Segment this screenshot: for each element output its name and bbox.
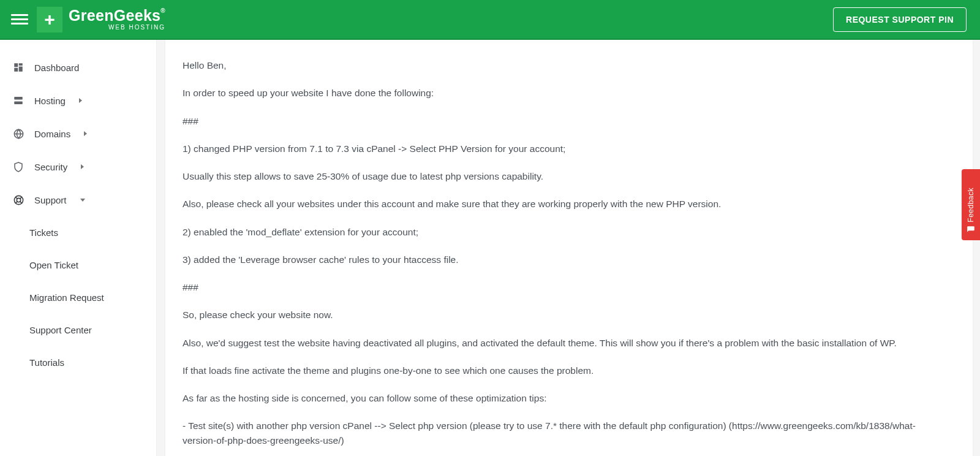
feedback-icon [967, 226, 975, 234]
sidebar-item-dashboard[interactable]: Dashboard [0, 51, 156, 84]
top-bar-left: + GreenGeeks® WEB HOSTING [11, 7, 165, 32]
sidebar-item-domains[interactable]: Domains [0, 117, 156, 150]
sidebar-subitem-label: Open Ticket [29, 260, 78, 270]
chevron-right-icon [84, 131, 87, 136]
ticket-paragraph: If that loads fine activate the theme an… [183, 363, 942, 378]
shield-icon [12, 161, 24, 173]
svg-rect-2 [19, 67, 23, 72]
sidebar-subitem-label: Migration Request [29, 292, 104, 303]
sidebar-subitem-label: Tickets [29, 227, 58, 238]
ticket-paragraph: - Test site(s) with another php version … [183, 419, 942, 447]
ticket-paragraph: 1) changed PHP version from 7.1 to 7.3 v… [183, 142, 942, 156]
ticket-paragraph: In order to speed up your website I have… [183, 86, 942, 100]
svg-point-8 [17, 198, 20, 202]
sidebar-item-label: Dashboard [34, 63, 79, 73]
request-support-pin-button[interactable]: REQUEST SUPPORT PIN [833, 7, 967, 32]
ticket-paragraph: As far as the hosting side is concerned,… [183, 391, 942, 405]
brand-tagline: WEB HOSTING [69, 25, 165, 31]
chevron-right-icon [79, 98, 82, 103]
sidebar-subitem-tickets[interactable]: Tickets [0, 216, 156, 249]
content-scroll[interactable]: Hello Ben,In order to speed up your webs… [157, 40, 980, 456]
sidebar-subitem-support-center[interactable]: Support Center [0, 314, 156, 346]
ticket-message: Hello Ben,In order to speed up your webs… [165, 40, 973, 456]
svg-rect-1 [19, 63, 23, 66]
sidebar-subitem-open-ticket[interactable]: Open Ticket [0, 249, 156, 281]
life-ring-icon [12, 194, 24, 206]
sidebar-subitem-migration-request[interactable]: Migration Request [0, 281, 156, 314]
ticket-paragraph: ### [183, 280, 942, 294]
plus-icon: + [37, 7, 62, 32]
brand-logo[interactable]: + GreenGeeks® WEB HOSTING [37, 7, 165, 32]
server-icon [12, 94, 24, 107]
ticket-paragraph: 2) enabled the 'mod_deflate' extension f… [183, 225, 942, 239]
ticket-paragraph: ### [183, 114, 942, 128]
sidebar-subitem-tutorials[interactable]: Tutorials [0, 346, 156, 379]
ticket-paragraph: Usually this step allows to save 25-30% … [183, 169, 942, 183]
sidebar-item-hosting[interactable]: Hosting [0, 84, 156, 117]
sidebar-subitem-label: Support Center [29, 325, 92, 335]
svg-rect-0 [14, 63, 18, 67]
ticket-paragraph: 3) added the 'Leverage browser cache' ru… [183, 253, 942, 267]
ticket-paragraph: Also, we'd suggest test the website havi… [183, 336, 942, 350]
svg-rect-4 [14, 97, 23, 100]
dashboard-icon [12, 61, 24, 74]
sidebar-item-label: Support [34, 195, 67, 205]
top-bar: + GreenGeeks® WEB HOSTING REQUEST SUPPOR… [0, 0, 980, 40]
chevron-down-icon [80, 199, 85, 202]
svg-rect-3 [14, 68, 18, 72]
chevron-right-icon [81, 164, 84, 169]
ticket-paragraph: Also, please check all your websites und… [183, 197, 942, 211]
sidebar-item-support[interactable]: Support [0, 183, 156, 216]
sidebar-item-label: Domains [34, 129, 70, 139]
brand-name: GreenGeeks [69, 7, 160, 24]
sidebar: Dashboard Hosting Domains Security [0, 40, 157, 456]
ticket-paragraph: So, please check your website now. [183, 308, 942, 322]
globe-icon [12, 127, 24, 140]
menu-toggle-button[interactable] [11, 11, 28, 28]
sidebar-subitem-label: Tutorials [29, 357, 64, 368]
sidebar-item-label: Security [34, 162, 67, 172]
ticket-paragraph: Hello Ben, [183, 58, 942, 72]
svg-rect-5 [14, 102, 23, 105]
sidebar-item-security[interactable]: Security [0, 150, 156, 183]
brand-text: GreenGeeks® WEB HOSTING [69, 8, 165, 31]
feedback-label: Feedback [967, 188, 975, 222]
feedback-tab-button[interactable]: Feedback [962, 169, 980, 240]
sidebar-item-label: Hosting [34, 96, 66, 106]
